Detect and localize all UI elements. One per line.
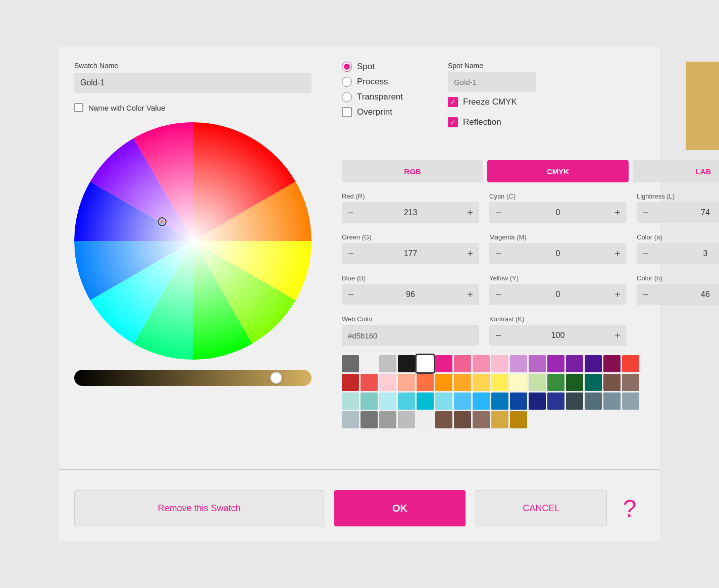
palette-swatch[interactable] bbox=[510, 374, 527, 391]
cyan-value[interactable] bbox=[507, 208, 608, 217]
palette-swatch[interactable] bbox=[510, 355, 527, 372]
palette-swatch[interactable] bbox=[585, 355, 602, 372]
swatch-name-input[interactable] bbox=[74, 73, 312, 93]
overprint-checkbox[interactable] bbox=[342, 107, 352, 117]
freeze-cmyk-checkbox[interactable]: ✓ bbox=[448, 97, 458, 107]
reflection-checkbox[interactable]: ✓ bbox=[448, 117, 458, 127]
cmyk-tab[interactable]: CMYK bbox=[487, 160, 629, 182]
palette-swatch[interactable] bbox=[547, 355, 564, 372]
palette-swatch[interactable] bbox=[603, 374, 621, 391]
lab-tab[interactable]: LAB bbox=[633, 160, 719, 182]
lightness-decrement[interactable]: − bbox=[637, 202, 655, 223]
color-a-decrement[interactable]: − bbox=[637, 243, 655, 264]
green-value[interactable] bbox=[360, 249, 461, 258]
palette-swatch[interactable] bbox=[342, 355, 359, 372]
palette-swatch[interactable] bbox=[379, 374, 396, 391]
green-increment[interactable]: + bbox=[461, 243, 479, 264]
kontrast-decrement[interactable]: − bbox=[489, 325, 507, 346]
palette-swatch[interactable] bbox=[566, 355, 583, 372]
cancel-button[interactable]: CANCEL bbox=[476, 490, 607, 526]
palette-swatch[interactable] bbox=[622, 374, 639, 391]
ok-button[interactable]: OK bbox=[334, 490, 466, 526]
palette-swatch[interactable] bbox=[417, 355, 434, 372]
magenta-increment[interactable]: + bbox=[608, 243, 627, 264]
palette-swatch[interactable] bbox=[361, 374, 378, 391]
blue-increment[interactable]: + bbox=[461, 284, 479, 305]
transparent-radio[interactable] bbox=[342, 92, 352, 102]
spot-name-input[interactable] bbox=[448, 72, 536, 92]
blue-value[interactable] bbox=[360, 290, 461, 299]
palette-swatch[interactable] bbox=[435, 411, 452, 428]
color-b-value[interactable] bbox=[655, 290, 719, 299]
rgb-tab[interactable]: RGB bbox=[342, 160, 483, 182]
palette-swatch[interactable] bbox=[603, 355, 621, 372]
palette-swatch[interactable] bbox=[435, 374, 452, 391]
palette-swatch[interactable] bbox=[529, 355, 546, 372]
palette-swatch[interactable] bbox=[398, 411, 415, 428]
process-radio[interactable] bbox=[342, 77, 352, 87]
palette-swatch[interactable] bbox=[473, 374, 490, 391]
brightness-slider[interactable] bbox=[74, 370, 312, 386]
palette-swatch[interactable] bbox=[417, 374, 434, 391]
yellow-value[interactable] bbox=[507, 290, 608, 299]
palette-swatch[interactable] bbox=[510, 393, 527, 410]
web-color-input[interactable] bbox=[342, 325, 479, 346]
palette-swatch[interactable] bbox=[379, 355, 396, 372]
name-with-color-checkbox[interactable] bbox=[74, 103, 83, 112]
palette-swatch[interactable] bbox=[566, 374, 583, 391]
palette-swatch[interactable] bbox=[454, 411, 471, 428]
lightness-value[interactable] bbox=[655, 208, 719, 217]
magenta-decrement[interactable]: − bbox=[489, 243, 507, 264]
brightness-handle[interactable] bbox=[270, 372, 282, 384]
color-wheel-handle[interactable] bbox=[158, 217, 167, 226]
cyan-decrement[interactable]: − bbox=[489, 202, 507, 223]
palette-swatch[interactable] bbox=[342, 393, 359, 410]
red-value[interactable] bbox=[360, 208, 461, 217]
red-decrement[interactable]: − bbox=[342, 202, 360, 223]
palette-swatch[interactable] bbox=[473, 393, 490, 410]
palette-swatch[interactable] bbox=[622, 393, 639, 410]
palette-swatch[interactable] bbox=[603, 393, 621, 410]
palette-swatch[interactable] bbox=[454, 355, 471, 372]
palette-swatch[interactable] bbox=[454, 374, 471, 391]
palette-swatch[interactable] bbox=[473, 411, 490, 428]
palette-swatch[interactable] bbox=[547, 374, 564, 391]
spot-radio[interactable] bbox=[342, 62, 352, 72]
palette-swatch[interactable] bbox=[491, 374, 508, 391]
palette-swatch[interactable] bbox=[585, 374, 602, 391]
palette-swatch[interactable] bbox=[491, 393, 508, 410]
palette-swatch[interactable] bbox=[529, 393, 546, 410]
palette-swatch[interactable] bbox=[491, 411, 508, 428]
palette-swatch[interactable] bbox=[585, 393, 602, 410]
palette-swatch[interactable] bbox=[342, 374, 359, 391]
color-b-decrement[interactable]: − bbox=[637, 284, 655, 305]
palette-swatch[interactable] bbox=[491, 355, 508, 372]
palette-swatch[interactable] bbox=[398, 393, 415, 410]
palette-swatch[interactable] bbox=[547, 393, 564, 410]
palette-swatch[interactable] bbox=[435, 393, 452, 410]
palette-swatch[interactable] bbox=[622, 355, 639, 372]
palette-swatch[interactable] bbox=[510, 411, 527, 428]
palette-swatch[interactable] bbox=[379, 411, 396, 428]
palette-swatch[interactable] bbox=[529, 374, 546, 391]
green-decrement[interactable]: − bbox=[342, 243, 360, 264]
magenta-value[interactable] bbox=[507, 249, 608, 258]
kontrast-value[interactable] bbox=[507, 331, 608, 340]
color-a-value[interactable] bbox=[655, 249, 719, 258]
yellow-increment[interactable]: + bbox=[608, 284, 627, 305]
palette-swatch[interactable] bbox=[342, 411, 359, 428]
kontrast-increment[interactable]: + bbox=[608, 325, 627, 346]
palette-swatch[interactable] bbox=[398, 355, 415, 372]
palette-swatch[interactable] bbox=[473, 355, 490, 372]
palette-swatch[interactable] bbox=[361, 393, 378, 410]
palette-swatch[interactable] bbox=[361, 355, 378, 372]
help-button[interactable]: ? bbox=[614, 493, 645, 523]
palette-swatch[interactable] bbox=[379, 393, 396, 410]
color-wheel[interactable] bbox=[74, 122, 312, 360]
remove-swatch-button[interactable]: Remove this Swatch bbox=[74, 490, 324, 526]
cyan-increment[interactable]: + bbox=[608, 202, 627, 223]
palette-swatch[interactable] bbox=[417, 393, 434, 410]
blue-decrement[interactable]: − bbox=[342, 284, 360, 305]
palette-swatch[interactable] bbox=[417, 411, 434, 428]
palette-swatch[interactable] bbox=[435, 355, 452, 372]
